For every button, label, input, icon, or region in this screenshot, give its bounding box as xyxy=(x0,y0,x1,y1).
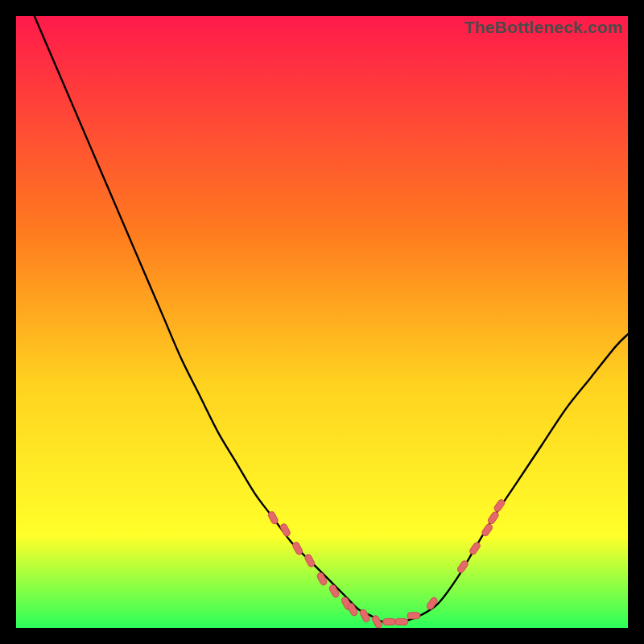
bottleneck-chart xyxy=(16,16,628,628)
chart-frame: TheBottleneck.com xyxy=(16,16,628,628)
gradient-background xyxy=(16,16,628,628)
curve-marker xyxy=(395,618,408,625)
curve-marker xyxy=(407,613,420,619)
watermark-text: TheBottleneck.com xyxy=(464,18,623,37)
curve-marker xyxy=(383,618,396,625)
